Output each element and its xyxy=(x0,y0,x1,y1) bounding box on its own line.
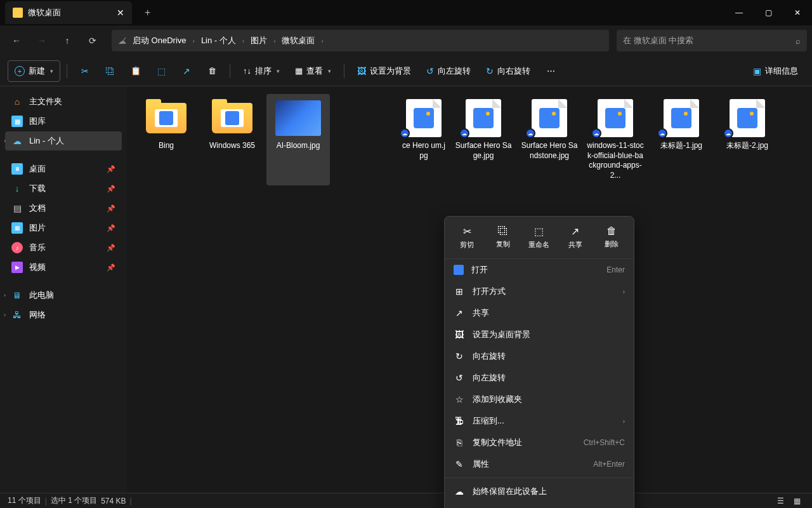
paste-button[interactable]: 📋 xyxy=(124,60,147,82)
folder-item-windows365[interactable]: Windows 365 xyxy=(200,94,264,185)
up-button[interactable]: ↑ xyxy=(56,29,79,52)
copy-button[interactable]: ⿻ xyxy=(99,60,122,82)
chevron-right-icon[interactable]: › xyxy=(4,292,6,298)
crumb-current[interactable]: 微软桌面 xyxy=(279,34,317,48)
sidebar-item-pictures[interactable]: ▦ 图片 📌 xyxy=(5,218,122,237)
sidebar-item-gallery[interactable]: ▦ 图库 xyxy=(5,112,122,131)
star-icon: ☆ xyxy=(454,394,465,404)
minimize-button[interactable]: — xyxy=(724,0,754,25)
separator xyxy=(445,478,634,478)
file-content-area[interactable]: Bing Windows 365 AI-Bloom.jpg ☁ ce Hero … xyxy=(127,86,812,493)
file-item-surface-platinum[interactable]: ☁ ce Hero um.jpg xyxy=(398,94,449,185)
sidebar-item-this-pc[interactable]: › 🖥 此电脑 xyxy=(5,286,122,305)
cut-button[interactable]: ✂ xyxy=(74,60,96,82)
sidebar: ⌂ 主文件夹 ▦ 图库 › ☁ Lin - 个人 🖥 桌面 📌 ↓ 下载 📌 ▤… xyxy=(0,86,127,493)
rotate-right-button[interactable]: ↻ 向右旋转 xyxy=(480,60,537,82)
crumb-personal[interactable]: Lin - 个人 xyxy=(199,34,239,48)
new-tab-button[interactable]: + xyxy=(140,4,155,21)
cm-keep-device[interactable]: ☁始终保留在此设备上 xyxy=(445,481,634,502)
sidebar-item-music[interactable]: ♪ 音乐 📌 xyxy=(5,238,122,257)
cm-properties[interactable]: ✎属性Alt+Enter xyxy=(445,453,634,475)
file-item-surface-sandstone[interactable]: ☁ Surface Hero Sandstone.jpg xyxy=(518,94,581,185)
share-icon: ↗ xyxy=(571,225,579,237)
view-button[interactable]: ▦ 查看 ▾ xyxy=(289,60,337,82)
cm-copy-path[interactable]: ⎘复制文件地址Ctrl+Shift+C xyxy=(445,432,634,453)
copy-path-icon: ⎘ xyxy=(454,438,465,448)
cm-delete[interactable]: 🗑删除 xyxy=(594,222,629,253)
cm-copy[interactable]: ⿻复制 xyxy=(486,222,521,253)
chevron-down-icon: ▾ xyxy=(277,68,280,74)
video-icon: ▶ xyxy=(11,262,23,273)
cm-share[interactable]: ↗共享 xyxy=(558,222,593,253)
details-icon: ▣ xyxy=(753,66,761,76)
sidebar-item-downloads[interactable]: ↓ 下载 📌 xyxy=(5,179,122,198)
new-button[interactable]: + 新建 ▾ xyxy=(8,60,60,82)
more-button[interactable]: ⋯ xyxy=(539,60,562,82)
status-size: 574 KB xyxy=(101,497,126,505)
cm-rotate-left[interactable]: ↺向左旋转 xyxy=(445,367,634,389)
close-button[interactable]: ✕ xyxy=(783,0,812,25)
cloud-badge-icon: ☁ xyxy=(400,128,410,138)
file-item-surface-sage[interactable]: ☁ Surface Hero Sage.jpg xyxy=(452,94,515,185)
cloud-sync-icon: ☁ xyxy=(454,486,465,497)
share-button[interactable]: ↗ xyxy=(175,60,198,82)
cm-rotate-right[interactable]: ↻向右旋转 xyxy=(445,345,634,367)
tab-title: 微软桌面 xyxy=(28,7,61,18)
separator xyxy=(67,64,67,78)
status-selected-count: 选中 1 个项目 xyxy=(51,495,97,506)
window-controls: — ▢ ✕ xyxy=(724,0,812,25)
breadcrumb[interactable]: ☁̸ 启动 OneDrive › Lin - 个人 › 图片 › 微软桌面 › xyxy=(112,30,609,51)
cm-share-item[interactable]: ↗共享 xyxy=(445,302,634,324)
file-item-windows11-stock[interactable]: ☁ windows-11-stock-official-blue-backgro… xyxy=(584,94,647,185)
file-item-ai-bloom[interactable]: AI-Bloom.jpg xyxy=(266,94,330,185)
file-item-untitled1[interactable]: ☁ 未标题-1.jpg xyxy=(650,94,713,185)
download-icon: ↓ xyxy=(11,183,23,194)
set-background-button[interactable]: 🖼 设置为背景 xyxy=(351,60,417,82)
document-icon: ▤ xyxy=(11,203,23,214)
cm-set-wallpaper[interactable]: 🖼设置为桌面背景 xyxy=(445,324,634,345)
search-input[interactable]: 在 微软桌面 中搜索 ⌕ xyxy=(617,30,807,51)
sort-button[interactable]: ↑↓ 排序 ▾ xyxy=(237,60,286,82)
image-file-icon xyxy=(730,99,765,137)
chevron-right-icon[interactable]: › xyxy=(4,312,6,318)
sidebar-item-network[interactable]: › 🖧 网络 xyxy=(5,305,122,324)
folder-item-bing[interactable]: Bing xyxy=(134,94,198,185)
sidebar-item-personal[interactable]: › ☁ Lin - 个人 xyxy=(5,131,122,150)
sidebar-item-videos[interactable]: ▶ 视频 📌 xyxy=(5,258,122,277)
back-button[interactable]: ← xyxy=(5,29,28,52)
cm-open[interactable]: 打开Enter xyxy=(445,259,634,281)
desktop-icon: 🖥 xyxy=(11,163,23,175)
cm-cut[interactable]: ✂剪切 xyxy=(450,222,485,253)
cm-rename[interactable]: ⬚重命名 xyxy=(522,222,557,253)
rename-button[interactable]: ⬚ xyxy=(150,60,173,82)
sidebar-item-documents[interactable]: ▤ 文档 📌 xyxy=(5,199,122,218)
window-tab[interactable]: 微软桌面 ✕ xyxy=(5,1,132,24)
rotate-left-button[interactable]: ↺ 向左旋转 xyxy=(420,60,477,82)
file-item-untitled2[interactable]: ☁ 未标题-2.jpg xyxy=(716,94,779,185)
chevron-down-icon: ▾ xyxy=(50,68,53,74)
chevron-right-icon[interactable]: › xyxy=(4,138,6,144)
open-icon xyxy=(454,265,464,275)
view-icon: ▦ xyxy=(295,66,303,76)
details-button[interactable]: ▣ 详细信息 xyxy=(747,60,804,82)
cm-open-with[interactable]: ⊞打开方式› xyxy=(445,281,634,302)
refresh-button[interactable]: ⟳ xyxy=(81,29,104,52)
rotate-right-icon: ↻ xyxy=(486,66,494,76)
image-file-icon xyxy=(664,99,699,137)
sidebar-item-home[interactable]: ⌂ 主文件夹 xyxy=(5,92,122,111)
crumb-pictures[interactable]: 图片 xyxy=(248,34,270,48)
cloud-badge-icon: ☁ xyxy=(525,128,535,138)
delete-button[interactable]: 🗑 xyxy=(200,60,223,82)
close-tab-icon[interactable]: ✕ xyxy=(117,8,124,18)
crumb-onedrive[interactable]: 启动 OneDrive xyxy=(130,34,189,48)
maximize-button[interactable]: ▢ xyxy=(754,0,783,25)
cm-free-space[interactable]: ○释放空间 xyxy=(445,502,634,508)
cm-compress[interactable]: 🗜压缩到...› xyxy=(445,410,634,432)
forward-button[interactable]: → xyxy=(30,29,53,52)
view-grid-button[interactable]: ▦ xyxy=(789,495,804,507)
cm-add-favorites[interactable]: ☆添加到收藏夹 xyxy=(445,389,634,410)
chevron-right-icon: › xyxy=(273,37,275,44)
view-list-button[interactable]: ☰ xyxy=(773,495,788,507)
sidebar-item-desktop[interactable]: 🖥 桌面 📌 xyxy=(5,159,122,178)
pin-icon: 📌 xyxy=(107,165,115,173)
